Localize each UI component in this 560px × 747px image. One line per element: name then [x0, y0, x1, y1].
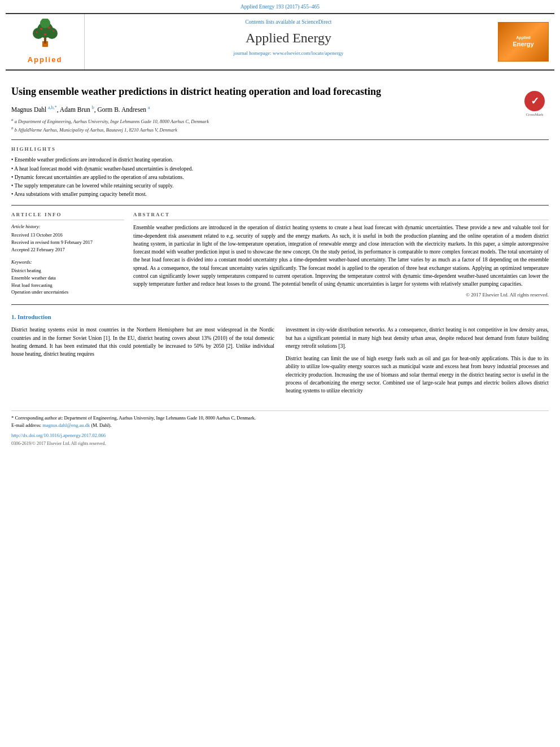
sciencedirect-line: Contents lists available at ScienceDirec… [96, 19, 481, 26]
doi-link: http://dx.doi.org/10.1016/j.apenergy.201… [11, 433, 549, 439]
elsevier-wordmark: Applied [20, 55, 71, 65]
divider-1 [11, 139, 549, 140]
svg-point-10 [53, 30, 54, 32]
crossmark-icon: ✓ [524, 91, 545, 111]
intro-para-1: District heating systems exist in most c… [11, 326, 274, 358]
keywords-section: Keywords: District heating Ensemble weat… [11, 259, 124, 296]
affiliations: a a Department of Engineering, Aarhus Un… [11, 117, 549, 133]
svg-point-3 [33, 28, 44, 39]
homepage-url[interactable]: www.elsevier.com/locate/apenergy [273, 50, 344, 56]
highlights-section: HIGHLIGHTS Ensemble weather predictions … [11, 146, 549, 199]
article-info-col: ARTICLE INFO Article history: Received 1… [11, 211, 124, 299]
intro-col-left: District heating systems exist in most c… [11, 326, 274, 399]
journal-reference: Applied Energy 193 (2017) 455–465 [240, 4, 320, 10]
highlight-item: The supply temperature can be lowered wh… [11, 182, 549, 190]
email-address[interactable]: magnus.dahl@eng.au.dk [42, 422, 90, 428]
intro-para-3: District heating can limit the use of hi… [286, 355, 549, 395]
keyword-item: Heat load forecasting [11, 282, 124, 289]
crossmark-section: ✓ CrossMark [520, 91, 549, 119]
corresponding-author: * Corresponding author at: Department of… [11, 415, 549, 422]
highlight-item: A heat load forecast model with dynamic … [11, 165, 549, 173]
crossmark-label: CrossMark [526, 112, 543, 118]
article-history: Article history: Received 13 October 201… [11, 224, 124, 254]
keyword-item: Operation under uncertainties [11, 289, 124, 296]
intro-col-right: investment in city-wide distribution net… [286, 326, 549, 399]
abstract-text: Ensemble weather predictions are introdu… [133, 224, 549, 288]
introduction-heading: 1. Introduction [11, 313, 549, 321]
journal-title: Applied Energy [96, 29, 481, 48]
highlights-list: Ensemble weather predictions are introdu… [11, 156, 549, 199]
footnote-section: * Corresponding author at: Department of… [11, 410, 549, 447]
authors: Magnus Dahl a,b,*, Adam Brun b, Gorm B. … [11, 104, 549, 114]
article-title: Using ensemble weather predictions in di… [11, 85, 549, 98]
intro-two-col: District heating systems exist in most c… [11, 326, 549, 399]
keyword-item: Ensemble weather data [11, 275, 124, 282]
keywords-label: Keywords: [11, 259, 124, 266]
email-line: E-mail address: magnus.dahl@eng.au.dk (M… [11, 422, 549, 429]
received-date: Received 13 October 2016 [11, 232, 124, 239]
svg-point-8 [44, 33, 46, 36]
journal-header: Applied Contents lists available at Scie… [6, 13, 554, 71]
highlight-item: Ensemble weather predictions are introdu… [11, 156, 549, 164]
doi-url[interactable]: http://dx.doi.org/10.1016/j.apenergy.201… [11, 433, 106, 438]
badge-top-text: Applied [516, 35, 531, 41]
issn-line: 0306-2619/© 2017 Elsevier Ltd. All right… [11, 440, 549, 447]
applied-energy-badge: Applied Energy [498, 22, 549, 62]
content-area: Using ensemble weather predictions in di… [11, 71, 549, 452]
keywords-list: District heating Ensemble weather data H… [11, 268, 124, 296]
article-info-label: ARTICLE INFO [11, 211, 124, 221]
abstract-col: ABSTRACT Ensemble weather predictions ar… [133, 211, 549, 299]
elsevier-tree-icon [20, 19, 71, 50]
affiliation-a: a a Department of Engineering, Aarhus Un… [11, 117, 549, 125]
revised-date: Received in revised form 9 February 2017 [11, 239, 124, 246]
elsevier-logo-section: Applied [6, 14, 85, 69]
applied-energy-badge-section: Applied Energy [492, 14, 554, 69]
svg-point-4 [46, 28, 58, 39]
accepted-date: Accepted 22 February 2017 [11, 247, 124, 254]
badge-main-text: Energy [513, 40, 533, 49]
email-suffix: (M. Dahl). [91, 422, 111, 428]
sciencedirect-link[interactable]: ScienceDirect [301, 19, 331, 25]
journal-homepage: journal homepage: www.elsevier.com/locat… [96, 50, 481, 57]
divider-2 [11, 205, 549, 206]
email-label: E-mail address: [11, 422, 41, 428]
svg-point-6 [40, 28, 42, 30]
highlight-item: Area substations with smaller pumping ca… [11, 190, 549, 199]
journal-title-section: Contents lists available at ScienceDirec… [85, 14, 492, 69]
divider-3 [11, 304, 549, 305]
top-bar: Applied Energy 193 (2017) 455–465 [0, 0, 560, 13]
introduction-section: 1. Introduction District heating systems… [11, 313, 549, 399]
keyword-item: District heating [11, 268, 124, 274]
svg-point-7 [48, 27, 50, 29]
svg-point-9 [36, 32, 37, 33]
highlights-label: HIGHLIGHTS [11, 146, 549, 153]
intro-para-2: investment in city-wide distribution net… [286, 326, 549, 350]
affiliation-b: b b AffaldVarme Aarhus, Municipality of … [11, 125, 549, 134]
history-title: Article history: [11, 224, 124, 230]
abstract-label: ABSTRACT [133, 211, 549, 221]
two-column-section: ARTICLE INFO Article history: Received 1… [11, 211, 549, 299]
copyright-line: © 2017 Elsevier Ltd. All rights reserved… [133, 291, 549, 299]
highlight-item: Dynamic forecast uncertainties are appli… [11, 173, 549, 182]
